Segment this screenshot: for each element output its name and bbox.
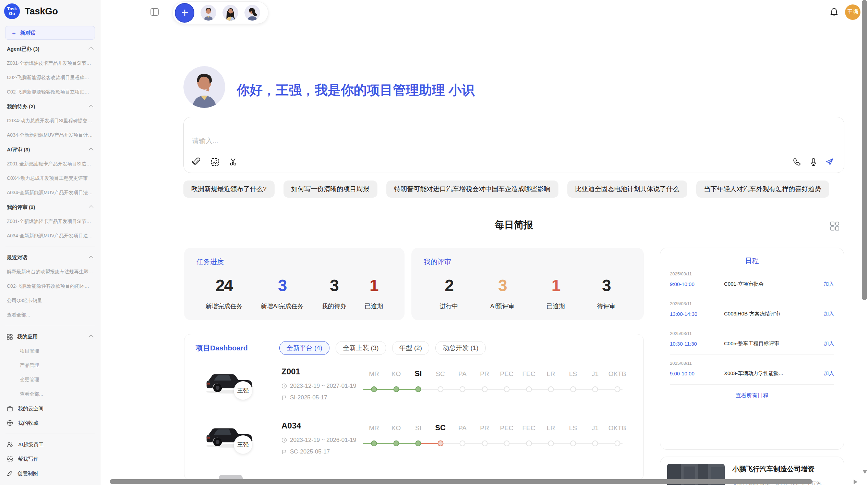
avatar-woman-illustration [222,5,238,21]
milestone-dot [393,440,399,446]
milestone-dot [548,386,554,392]
section-header-my-review[interactable]: 我的评审 (2) [0,200,100,214]
milestone-label: J1 [592,370,599,378]
stat: 3新增AI完成任务 [261,275,303,310]
app-title: TaskGo [25,6,58,17]
chevron-up-icon [89,148,94,152]
layout-grid-icon[interactable] [830,221,840,231]
milestone-label: J1 [592,424,599,432]
tab-new-body[interactable]: 全新上装 (3) [336,341,386,355]
schedule-date: 2025/03/11 [670,361,834,366]
sidebar-item[interactable]: C02-飞腾新能源轻客改款项目立项汇报方案 [0,85,100,99]
app-item-product-mgmt[interactable]: 产品管理 [0,358,100,373]
horizontal-scrollbar[interactable] [110,479,812,484]
sidebar-item-favorites[interactable]: 我的收藏 [0,416,100,430]
section-header-ai-review[interactable]: AI评审 (3) [0,142,100,157]
star-badge-icon [7,420,13,426]
sidebar-item[interactable]: Z001-全新燃油轻卡产品开发项目SI造型提交物评审 [0,157,100,171]
section-header-my-apps[interactable]: 我的应用 [0,329,100,344]
sidebar-item[interactable]: A034-全新新能源MUV产品开发项目造型可行性评审 [0,229,100,243]
new-chat-button[interactable]: ＋ 新对话 [5,26,95,40]
recent-chat-item[interactable]: 公司Q3轻卡销量 [0,294,100,308]
milestone-label: LS [569,424,577,432]
member-avatar[interactable] [201,5,216,21]
card-title: 我的评审 [424,257,631,266]
milestone-dot [371,440,377,446]
schedule-name: X003-车辆动力学性能验... [724,370,824,377]
project-dashboard-card: 项目Dashboard 全新平台 (4) 全新上装 (3) 年型 (2) 动总开… [184,334,644,481]
apps-view-all[interactable]: 查看全部... [0,387,100,401]
suggestion-chip[interactable]: 当下年轻人对汽车外观有怎样的喜好趋势 [696,181,829,198]
milestone-label: KO [391,424,401,432]
attachment-icon[interactable] [192,158,201,166]
scroll-right-arrow[interactable] [854,480,857,484]
member-avatar[interactable] [244,5,260,21]
screenshot-image-icon[interactable] [210,158,219,166]
sidebar-item[interactable]: C02-飞腾新能源轻客改款项目里程碑画布 [0,71,100,85]
sidebar-item[interactable]: A034-全新新能源MUV产品开发项目计划变更表编写 [0,128,100,142]
chat-input-box[interactable]: 请输入... [183,117,844,173]
tab-year-model[interactable]: 年型 (2) [392,341,430,355]
app-item-project-mgmt[interactable]: 项目管理 [0,344,100,358]
join-link[interactable]: 加入 [824,340,834,347]
milestone-dot [548,440,554,446]
milestone-timeline: MRKOSISCPAPRPECFECLRLSJ1OKTB [363,423,634,454]
sidebar-item[interactable]: C0X4-动力总成开发项目工程变更评审 [0,171,100,186]
sidebar-item-cloud-space[interactable]: 我的云空间 [0,401,100,416]
avatar-woman-profile-illustration [244,5,260,21]
section-header-recent-chats[interactable]: 最近对话 [0,250,100,265]
microphone-icon[interactable] [809,158,818,166]
vertical-scrollbar[interactable] [862,0,867,300]
milestone-label: OKTB [608,424,626,432]
app-item-change-mgmt[interactable]: 变更管理 [0,373,100,387]
recent-chat-item[interactable]: C02-飞腾新能源轻客改款项目的闭环通告反馈情况 [0,279,100,294]
notification-bell-icon[interactable] [829,7,839,17]
sidebar-item-help-write[interactable]: 帮我写作 [0,452,100,466]
suggestion-chip[interactable]: 比亚迪全固态电池计划具体说了什么 [567,181,687,198]
project-row[interactable]: 王强 Z001 2023-12-19 ~ 2027-01-19 SI-2025-… [184,363,644,418]
user-avatar[interactable]: 王强 [845,4,860,20]
schedule-date: 2025/03/11 [670,301,834,306]
add-member-button[interactable] [175,3,194,23]
section-header-agent-done[interactable]: Agent已办 (3) [0,42,100,56]
view-all-schedule-link[interactable]: 查看所有日程 [670,392,834,399]
stat: 2进行中 [440,275,458,310]
sidebar-item[interactable]: C0X4-动力总成开发项目SI里程碑提交物检查 [0,114,100,128]
send-icon[interactable] [825,158,834,166]
member-avatar[interactable] [222,5,238,21]
tab-new-platform[interactable]: 全新平台 (4) [279,341,330,355]
voice-call-icon[interactable] [793,158,801,166]
milestone-dot [460,386,466,392]
suggestion-chip[interactable]: 如何写一份清晰的项目周报 [284,181,377,198]
collapse-panel-icon[interactable] [150,8,159,16]
news-title: 小鹏飞行汽车制造公司增资 [732,464,826,474]
sidebar-item[interactable]: Z001-全新燃油皮卡产品开发项目SI节点Lesson Learn报告 [0,56,100,71]
suggestion-chip[interactable]: 特朗普可能对进口汽车增税会对中国车企造成哪些影响 [386,181,558,198]
scissors-icon[interactable] [229,158,238,166]
suggestion-chip[interactable]: 欧洲新规最近颁布了什么? [183,181,275,198]
milestone-dot [482,440,487,446]
tab-powertrain[interactable]: 动总开发 (1) [435,341,486,355]
plus-icon [180,8,189,17]
sidebar-item-ai-employee[interactable]: AI超级员工 [0,437,100,452]
join-link[interactable]: 加入 [824,311,834,317]
flag-icon [281,395,287,400]
join-link[interactable]: 加入 [824,370,834,377]
schedule-time: 9:00-10:00 [670,371,724,376]
sidebar-item[interactable]: A034-全新新能源MUV产品开发项目法规符合性评审 [0,186,100,200]
milestone-dot [614,440,620,446]
project-row[interactable]: 王强 A034 2023-12-19 ~ 2026-01-19 SC-2025-… [184,418,644,472]
sidebar-item-creative-draw[interactable]: 创意制图 [0,466,100,481]
sidebar-item[interactable]: Z001-全新燃油轻卡产品开发项目SI节点属性5D文件评审 [0,214,100,229]
section-header-my-todo[interactable]: 我的待办 (2) [0,99,100,114]
recent-view-all[interactable]: 查看全部... [0,308,100,322]
milestone-dot [482,386,487,392]
suggestion-chips: 欧洲新规最近颁布了什么? 如何写一份清晰的项目周报 特朗普可能对进口汽车增税会对… [183,181,829,198]
recent-chat-item[interactable]: 解释最新出台的欧盟报废车法规再生塑料比例被调至15%... [0,265,100,279]
chevron-up-icon [89,104,94,109]
schedule-name: C001-立项审批会 [724,281,824,287]
cloud-box-icon [7,406,13,411]
join-link[interactable]: 加入 [824,281,834,287]
scroll-down-arrow[interactable] [863,470,867,474]
stat: 1已逾期 [364,275,383,310]
